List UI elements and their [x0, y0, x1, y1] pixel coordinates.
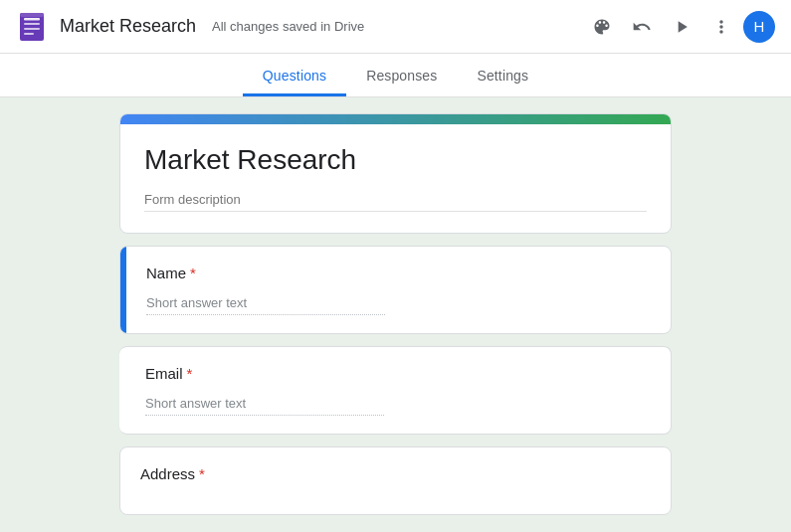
svg-rect-0: [20, 13, 44, 41]
question-text: Address: [140, 465, 195, 482]
app-header: Market Research All changes saved in Dri…: [0, 0, 791, 54]
palette-button[interactable]: [584, 9, 620, 45]
short-answer-placeholder: Short answer text: [145, 396, 384, 416]
palette-icon: [592, 17, 612, 37]
document-title: Market Research: [60, 16, 196, 37]
tab-bar: Questions Responses Settings: [0, 54, 791, 97]
required-indicator: *: [199, 465, 205, 482]
tab-questions[interactable]: Questions: [243, 58, 346, 96]
question-label-email: Email *: [145, 365, 651, 382]
svg-rect-1: [24, 18, 40, 21]
svg-rect-5: [20, 13, 44, 17]
user-avatar-button[interactable]: H: [743, 11, 775, 43]
card-body: Market Research: [120, 124, 671, 234]
question-body: Name * Short answer text: [126, 247, 671, 333]
undo-button[interactable]: [624, 9, 660, 45]
more-options-button[interactable]: [703, 9, 739, 45]
form-title: Market Research: [144, 144, 647, 176]
question-body-email: Email * Short answer text: [119, 347, 671, 434]
address-card-body: Address *: [120, 447, 671, 515]
header-actions: H: [584, 9, 775, 45]
form-description-input[interactable]: [144, 188, 647, 212]
required-indicator: *: [190, 265, 196, 281]
form-header-card: Market Research: [119, 113, 672, 234]
required-indicator: *: [187, 365, 193, 382]
app-logo: [16, 11, 48, 43]
preview-icon: [672, 17, 692, 37]
question-card-email: Email * Short answer text: [119, 346, 672, 435]
main-content: Market Research Name * Short answer text…: [0, 97, 791, 531]
short-answer-placeholder: Short answer text: [146, 295, 385, 315]
question-card-name: Name * Short answer text: [119, 246, 672, 334]
question-card-address: Address *: [119, 446, 672, 515]
tab-responses[interactable]: Responses: [346, 58, 457, 96]
svg-rect-4: [24, 33, 34, 35]
question-text: Email: [145, 365, 183, 382]
preview-button[interactable]: [664, 9, 699, 45]
question-label-address: Address *: [140, 465, 651, 482]
undo-icon: [632, 17, 652, 37]
svg-rect-3: [24, 28, 40, 30]
svg-rect-2: [24, 23, 40, 25]
save-status: All changes saved in Drive: [212, 19, 364, 34]
more-icon: [711, 17, 731, 37]
question-label-name: Name *: [146, 265, 651, 281]
question-text: Name: [146, 265, 186, 281]
card-accent-bar: [120, 114, 671, 124]
tab-settings[interactable]: Settings: [457, 58, 548, 96]
